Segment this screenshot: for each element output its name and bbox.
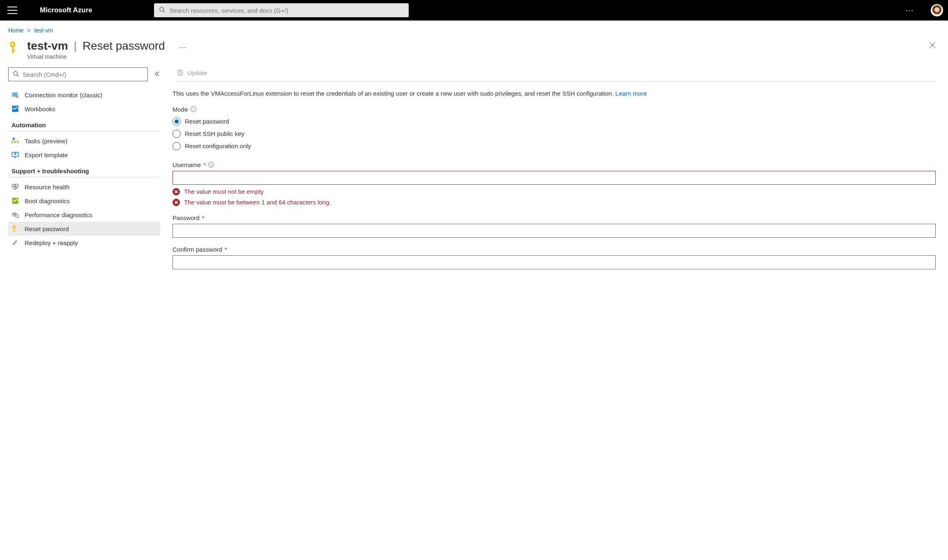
blade-more-button[interactable]: ⋯ bbox=[179, 43, 186, 52]
hamburger-menu-button[interactable] bbox=[7, 7, 17, 14]
svg-point-12 bbox=[16, 96, 18, 98]
sidebar-item-label: Redeploy + reapply bbox=[25, 239, 78, 246]
radio-icon bbox=[173, 117, 181, 126]
username-input[interactable] bbox=[173, 171, 936, 185]
error-message: The value must not be empty. bbox=[173, 188, 936, 195]
brand-label: Microsoft Azure bbox=[40, 6, 92, 14]
sidebar-item-redeploy[interactable]: Redeploy + reapply bbox=[8, 236, 160, 250]
svg-rect-6 bbox=[12, 51, 14, 53]
sidebar-item-performance-diagnostics[interactable]: Performance diagnostics bbox=[8, 208, 160, 222]
breadcrumb-separator: > bbox=[27, 27, 30, 34]
info-icon[interactable]: i bbox=[191, 106, 196, 112]
sidebar-item-label: Performance diagnostics bbox=[25, 211, 92, 218]
sidebar: Connection monitor (classic) Workbooks A… bbox=[8, 67, 160, 278]
sidebar-item-label: Export template bbox=[25, 151, 68, 158]
sidebar-group-automation: Automation bbox=[8, 116, 160, 131]
top-bar: Microsoft Azure ⋯ bbox=[0, 0, 948, 21]
error-icon bbox=[173, 188, 180, 195]
description-text: This uses the VMAccessForLinux extension… bbox=[173, 89, 936, 99]
top-more-button[interactable]: ⋯ bbox=[901, 5, 918, 15]
sidebar-item-workbooks[interactable]: Workbooks bbox=[8, 102, 160, 116]
svg-rect-34 bbox=[14, 231, 15, 232]
sidebar-group-support: Support + troubleshooting bbox=[8, 162, 160, 177]
update-button[interactable]: Update bbox=[177, 69, 207, 76]
radio-reset-ssh-key[interactable]: Reset SSH public key bbox=[173, 128, 936, 140]
close-button[interactable] bbox=[928, 41, 936, 50]
error-icon bbox=[173, 199, 180, 206]
breadcrumb: Home > test-vm bbox=[8, 27, 940, 34]
svg-point-3 bbox=[12, 43, 14, 45]
heart-icon bbox=[12, 183, 19, 190]
key-icon bbox=[8, 41, 21, 54]
content-pane: Update This uses the VMAccessForLinux ex… bbox=[173, 67, 940, 278]
sidebar-item-label: Connection monitor (classic) bbox=[25, 92, 102, 99]
sidebar-item-label: Boot diagnostics bbox=[25, 197, 70, 204]
svg-rect-36 bbox=[179, 70, 181, 72]
password-label: Password * bbox=[173, 214, 936, 221]
info-icon[interactable]: i bbox=[208, 162, 214, 168]
sidebar-item-label: Reset password bbox=[25, 225, 69, 232]
learn-more-link[interactable]: Learn more bbox=[615, 90, 647, 97]
page-subtitle: Virtual machine bbox=[27, 53, 165, 60]
error-message: The value must be between 1 and 64 chara… bbox=[173, 199, 936, 206]
page-title: test-vm | Reset password bbox=[27, 39, 165, 53]
sidebar-item-label: Tasks (preview) bbox=[25, 138, 67, 145]
radio-icon bbox=[173, 142, 181, 150]
sidebar-search[interactable] bbox=[8, 67, 148, 81]
svg-rect-17 bbox=[17, 142, 19, 143]
toolbar: Update bbox=[177, 67, 936, 82]
svg-line-10 bbox=[17, 75, 18, 76]
password-input[interactable] bbox=[173, 224, 936, 238]
svg-point-31 bbox=[14, 226, 15, 227]
boot-icon bbox=[12, 197, 19, 204]
search-icon bbox=[159, 7, 166, 14]
perf-icon bbox=[12, 211, 19, 218]
confirm-password-label: Confirm password * bbox=[173, 246, 936, 253]
svg-rect-24 bbox=[15, 157, 16, 158]
tasks-icon bbox=[12, 137, 19, 145]
radio-reset-config[interactable]: Reset configuration only bbox=[173, 140, 936, 152]
required-indicator: * bbox=[203, 161, 206, 168]
key-icon bbox=[12, 225, 19, 232]
export-icon bbox=[12, 151, 19, 158]
svg-point-0 bbox=[160, 7, 163, 11]
global-search[interactable] bbox=[154, 3, 409, 17]
user-avatar[interactable] bbox=[931, 4, 943, 16]
svg-rect-14 bbox=[13, 138, 15, 140]
svg-rect-15 bbox=[12, 142, 13, 143]
workbooks-icon bbox=[12, 105, 19, 112]
svg-line-29 bbox=[18, 217, 19, 218]
sidebar-item-connection-monitor[interactable]: Connection monitor (classic) bbox=[8, 88, 160, 102]
sidebar-item-label: Resource health bbox=[25, 184, 69, 190]
search-icon bbox=[13, 71, 19, 78]
radio-reset-password[interactable]: Reset password bbox=[173, 115, 936, 128]
sidebar-item-reset-password[interactable]: Reset password bbox=[8, 222, 160, 236]
save-icon bbox=[177, 69, 184, 76]
svg-rect-37 bbox=[179, 73, 182, 75]
breadcrumb-home[interactable]: Home bbox=[8, 27, 23, 34]
sidebar-item-label: Workbooks bbox=[25, 106, 55, 112]
hammer-icon bbox=[12, 239, 19, 246]
svg-line-1 bbox=[163, 11, 165, 12]
required-indicator: * bbox=[202, 214, 205, 221]
svg-rect-35 bbox=[13, 242, 16, 245]
svg-rect-33 bbox=[14, 230, 15, 230]
confirm-password-input[interactable] bbox=[173, 255, 936, 269]
monitor-icon bbox=[12, 91, 19, 99]
radio-icon bbox=[173, 130, 181, 138]
blade-header: test-vm | Reset password Virtual machine… bbox=[8, 39, 940, 60]
sidebar-item-export-template[interactable]: Export template bbox=[8, 148, 160, 162]
mode-radio-group: Reset password Reset SSH public key Rese… bbox=[173, 115, 936, 152]
sidebar-item-tasks[interactable]: Tasks (preview) bbox=[8, 134, 160, 148]
svg-point-9 bbox=[14, 71, 17, 75]
breadcrumb-resource[interactable]: test-vm bbox=[34, 27, 53, 34]
global-search-input[interactable] bbox=[170, 7, 404, 14]
collapse-sidebar-button[interactable] bbox=[153, 70, 160, 79]
username-label: Username * i bbox=[173, 161, 936, 168]
sidebar-item-resource-health[interactable]: Resource health bbox=[8, 180, 160, 194]
svg-rect-16 bbox=[14, 142, 16, 143]
svg-rect-5 bbox=[12, 49, 15, 50]
sidebar-item-boot-diagnostics[interactable]: Boot diagnostics bbox=[8, 194, 160, 208]
required-indicator: * bbox=[225, 246, 227, 253]
sidebar-search-input[interactable] bbox=[23, 71, 143, 78]
